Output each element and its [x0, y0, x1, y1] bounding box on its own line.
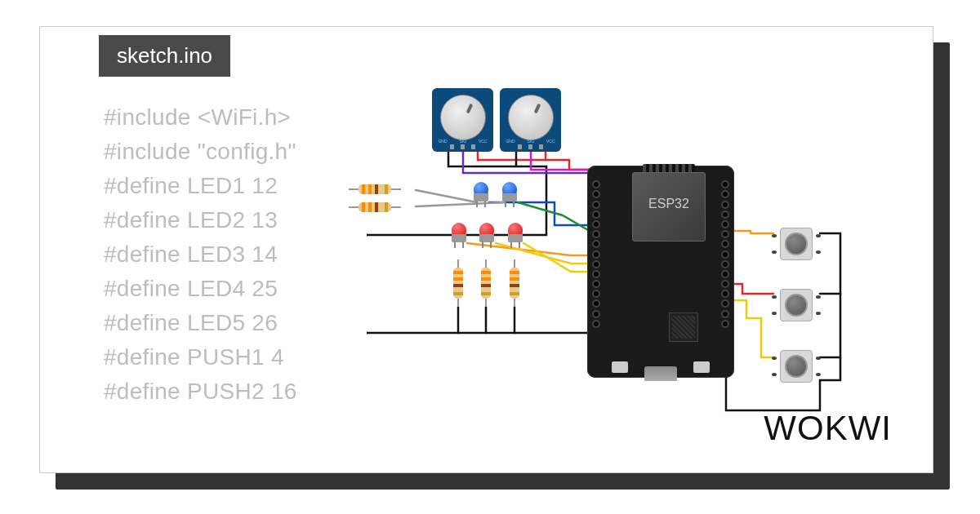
esp32-label: ESP32	[648, 197, 689, 211]
code-line: #include "config.h"	[104, 135, 297, 169]
led-blue[interactable]	[501, 182, 518, 205]
esp32-pins-right	[719, 179, 731, 365]
code-line: #define PUSH1 4	[104, 340, 297, 374]
potentiometer-knob-icon[interactable]	[440, 95, 486, 140]
code-line: #define PUSH2 16	[104, 374, 297, 409]
led-blue[interactable]	[473, 182, 489, 205]
esp32-pins-left	[590, 179, 602, 365]
led-red[interactable]	[451, 223, 467, 246]
esp32-antenna-icon	[643, 164, 695, 172]
code-line: #define LED2 13	[104, 203, 297, 237]
resistor[interactable]	[350, 184, 399, 194]
esp32-reset-button[interactable]	[612, 361, 628, 373]
button-cap-icon	[785, 355, 808, 378]
push-button[interactable]	[775, 284, 817, 326]
esp32-boot-button[interactable]	[693, 361, 710, 373]
button-cap-icon	[785, 294, 808, 317]
led-red[interactable]	[479, 223, 495, 246]
resistor[interactable]	[510, 261, 519, 305]
resistor[interactable]	[453, 261, 463, 305]
pot-pin-labels: GND SIG VCC	[432, 139, 493, 144]
code-line: #define LED3 14	[104, 237, 297, 272]
resistor[interactable]	[350, 202, 399, 212]
pot-pin-labels: GND SIG VCC	[500, 139, 561, 144]
button-cap-icon	[785, 233, 808, 255]
code-preview: #include <WiFi.h> #include "config.h" #d…	[104, 100, 297, 409]
project-card: sketch.ino #include <WiFi.h> #include "c…	[39, 26, 933, 473]
push-button[interactable]	[775, 223, 817, 265]
esp32-usb-icon	[644, 366, 677, 381]
potentiometer-module[interactable]: GND SIG VCC	[432, 88, 493, 152]
wokwi-logo: WOKWI	[764, 409, 892, 448]
led-red[interactable]	[507, 223, 523, 246]
potentiometer-module[interactable]: GND SIG VCC	[500, 88, 561, 152]
file-tab-label: sketch.ino	[117, 43, 212, 68]
push-button[interactable]	[775, 345, 817, 388]
esp32-board[interactable]: ESP32	[587, 166, 734, 378]
code-line: #define LED4 25	[104, 272, 297, 306]
potentiometer-knob-icon[interactable]	[508, 95, 554, 140]
code-line: #define LED5 26	[104, 306, 297, 340]
code-line: #include <WiFi.h>	[104, 100, 297, 135]
esp32-shield: ESP32	[632, 172, 706, 241]
circuit-diagram[interactable]: GND SIG VCC GND SIG VCC ESP32	[367, 88, 955, 439]
file-tab[interactable]: sketch.ino	[99, 35, 230, 77]
code-line: #define LED1 12	[104, 169, 297, 203]
esp32-chip-icon	[669, 312, 698, 342]
resistor[interactable]	[481, 261, 491, 305]
